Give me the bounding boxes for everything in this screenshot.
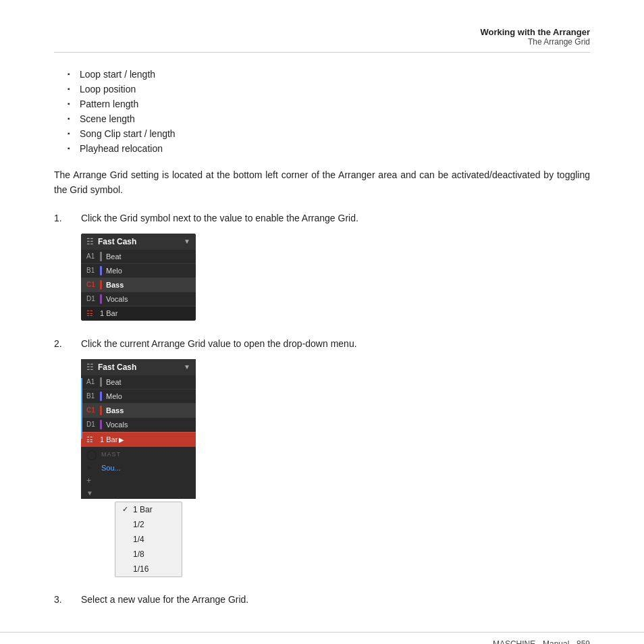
step-1-content: Click the Grid symbol next to the value … <box>81 211 590 323</box>
track-row-a1: A1 Beat <box>81 250 196 264</box>
sou-label: Sou... <box>101 464 121 472</box>
track-id-b1: B1 <box>86 267 100 274</box>
sou-row: ► Sou... <box>81 462 196 474</box>
track-id-2-a1: A1 <box>86 378 100 385</box>
footer: MASCHINE - Manual - 859 <box>0 632 644 644</box>
grid-row-1: ☷ 1 Bar <box>81 306 196 321</box>
track-name-b1: Melo <box>106 267 122 275</box>
plus-icon: + <box>86 476 91 485</box>
track-color-2-a1 <box>100 377 102 387</box>
track-id-a1: A1 <box>86 252 100 260</box>
track-name-d1: Vocals <box>106 295 128 303</box>
mast-label: MAST <box>101 451 121 458</box>
header-title: Working with the Arranger <box>54 27 590 37</box>
step-3: 3. Select a new value for the Arrange Gr… <box>54 593 590 615</box>
track-color-2-d1 <box>100 420 102 429</box>
dropdown-arrow-icon-2: ▼ <box>184 363 190 371</box>
step-2: 2. Click the current Arrange Grid value … <box>54 337 590 579</box>
track-color-a1 <box>100 252 102 261</box>
arrow-icon: ► <box>86 464 99 471</box>
step-1: 1. Click the Grid symbol next to the val… <box>54 211 590 323</box>
list-item: Song Clip start / length <box>68 128 590 139</box>
track-color-b1 <box>100 266 102 275</box>
plus-row: + <box>81 474 196 487</box>
arranger-title-1: Fast Cash <box>98 237 136 246</box>
track-color-2-b1 <box>100 392 102 401</box>
footer-text: MASCHINE - Manual - 859 <box>493 639 590 644</box>
step-3-content: Select a new value for the Arrange Grid. <box>81 593 590 615</box>
body-text: The Arrange Grid setting is located at t… <box>54 167 590 198</box>
step-number-3: 3. <box>54 593 81 605</box>
track-row-2-c1: C1 Bass <box>81 404 196 418</box>
dropdown-item-quarter[interactable]: 1/4 <box>115 532 182 547</box>
list-item: Pattern length <box>68 99 590 109</box>
dropdown-item-sixteenth[interactable]: 1/16 <box>115 562 182 576</box>
step-number-1: 1. <box>54 211 81 223</box>
grid-value-highlighted: 1 Bar <box>100 435 117 444</box>
dropdown-item-eighth[interactable]: 1/8 <box>115 547 182 562</box>
track-name-2-a1: Beat <box>106 378 122 386</box>
dropdown-label-half: 1/2 <box>133 520 144 529</box>
list-item: Playhead relocation <box>68 143 590 154</box>
arranger-header-2-left: ☷ Fast Cash <box>86 363 136 372</box>
bullet-list: Loop start / length Loop position Patter… <box>54 69 590 154</box>
arranger-header-left: ☷ Fast Cash <box>86 237 136 246</box>
list-item: Loop start / length <box>68 69 590 80</box>
list-item: Scene length <box>68 113 590 124</box>
dropdown-item-1bar[interactable]: ✓ 1 Bar <box>115 502 182 517</box>
mast-row: ◯ MAST <box>81 447 196 462</box>
dropdown-item-half[interactable]: 1/2 <box>115 517 182 532</box>
track-row-b1: B1 Melo <box>81 264 196 278</box>
track-id-c1: C1 <box>86 281 100 288</box>
circle-icon: ◯ <box>86 449 99 460</box>
dropdown-label-sixteenth: 1/16 <box>133 564 149 574</box>
grid-icon: ☷ <box>86 237 94 246</box>
page: Working with the Arranger The Arrange Gr… <box>0 0 644 644</box>
grid-symbol-icon-2: ☷ <box>86 435 100 444</box>
arranger-header-1: ☷ Fast Cash ▼ <box>81 234 196 250</box>
arranger-header-2: ☷ Fast Cash ▼ <box>81 359 196 375</box>
blue-border <box>81 378 82 439</box>
arranger-ui-1: ☷ Fast Cash ▼ A1 Beat B1 Melo <box>81 234 196 321</box>
track-id-2-c1: C1 <box>86 406 100 414</box>
track-id-2-d1: D1 <box>86 421 100 428</box>
step-2-text: Click the current Arrange Grid value to … <box>81 337 590 351</box>
cursor-icon: ▶ <box>119 436 124 444</box>
track-id-d1: D1 <box>86 295 100 302</box>
track-row-d1: D1 Vocals <box>81 292 196 306</box>
step-1-text: Click the Grid symbol next to the value … <box>81 211 590 225</box>
track-row-c1: C1 Bass <box>81 278 196 292</box>
grid-symbol-icon: ☷ <box>86 309 100 318</box>
check-icon: ✓ <box>122 505 130 514</box>
dropdown-label-quarter: 1/4 <box>133 535 144 544</box>
track-name-2-b1: Melo <box>106 392 122 400</box>
track-name-2-d1: Vocals <box>106 421 128 429</box>
scroll-down-icon: ▼ <box>86 489 93 497</box>
dropdown-arrow-icon: ▼ <box>184 238 190 245</box>
track-row-2-a1: A1 Beat <box>81 375 196 390</box>
step-number-2: 2. <box>54 337 81 349</box>
arranger-ui-2-wrapper: ☷ Fast Cash ▼ A1 Beat <box>81 359 196 577</box>
track-color-d1 <box>100 294 102 304</box>
dropdown-menu[interactable]: ✓ 1 Bar 1/2 1/4 1/8 <box>115 502 182 577</box>
track-name-c1: Bass <box>106 281 124 289</box>
track-color-2-c1 <box>100 406 102 415</box>
arranger-ui-2: ☷ Fast Cash ▼ A1 Beat <box>81 359 196 499</box>
step-2-content: Click the current Arrange Grid value to … <box>81 337 590 579</box>
track-id-2-b1: B1 <box>86 392 100 400</box>
down-arrow-row: ▼ <box>81 487 196 499</box>
track-color-c1 <box>100 280 102 290</box>
grid-row-highlighted[interactable]: ☷ 1 Bar ▶ <box>81 432 196 447</box>
list-item: Loop position <box>68 84 590 95</box>
steps-list: 1. Click the Grid symbol next to the val… <box>54 211 590 615</box>
grid-icon-2: ☷ <box>86 363 94 372</box>
page-header: Working with the Arranger The Arrange Gr… <box>54 27 590 53</box>
arranger-title-2: Fast Cash <box>98 363 136 372</box>
track-name-a1: Beat <box>106 252 122 261</box>
dropdown-label-1bar: 1 Bar <box>133 505 153 514</box>
grid-value-1: 1 Bar <box>100 309 117 317</box>
dropdown-label-eighth: 1/8 <box>133 549 144 559</box>
step-3-text: Select a new value for the Arrange Grid. <box>81 593 590 607</box>
track-row-2-b1: B1 Melo <box>81 390 196 404</box>
track-row-2-d1: D1 Vocals <box>81 418 196 432</box>
